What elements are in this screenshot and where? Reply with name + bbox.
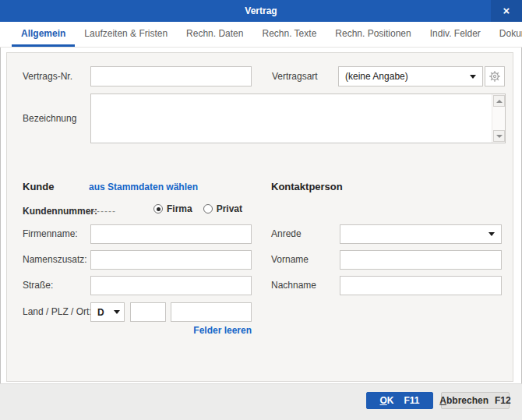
footer-bar: OK F11 Abbrechen F12 [0, 383, 522, 420]
tab-dokumente[interactable]: Dokumente [490, 22, 522, 47]
scroll-up-icon [496, 100, 503, 103]
vertrags-nr-field-box [90, 66, 252, 86]
nachname-label: Nachname [271, 276, 316, 295]
bezeichnung-textarea[interactable] [91, 94, 492, 143]
ort-input[interactable] [171, 303, 251, 321]
bezeichnung-scrollbar[interactable] [492, 94, 505, 143]
dialog-title: Vertrag [245, 5, 277, 16]
stammdaten-link[interactable]: aus Stammdaten wählen [89, 182, 198, 192]
ok-button-shortcut: F11 [404, 395, 420, 406]
scroll-down-button[interactable] [493, 130, 505, 142]
content-panel: Vertrags-Nr. Vertragsart (keine Angabe) [6, 52, 513, 382]
radio-privat-label: Privat [217, 203, 242, 214]
namenszusatz-label: Namenszusatz: [23, 250, 87, 270]
strasse-label: Straße: [23, 276, 53, 295]
firmenname-input[interactable] [91, 225, 251, 243]
titlebar: Vertrag × [0, 0, 522, 22]
strasse-input[interactable] [91, 277, 251, 295]
anrede-label: Anrede [271, 224, 302, 244]
vertrags-nr-label: Vertrags-Nr. [23, 66, 72, 86]
kontaktperson-heading: Kontaktperson [271, 181, 343, 192]
radio-firma-icon [153, 204, 163, 214]
close-icon: × [503, 5, 510, 16]
nachname-field-box [340, 276, 502, 295]
radio-privat-icon [203, 204, 213, 214]
tab-bar: Allgemein Laufzeiten & Fristen Rechn. Da… [0, 22, 522, 48]
kundennummer-label: Kundennummer: [23, 206, 97, 217]
firmenname-field-box [90, 224, 252, 244]
ok-button[interactable]: OK F11 [366, 392, 433, 409]
scroll-up-button[interactable] [493, 95, 505, 107]
namenszusatz-input[interactable] [91, 251, 251, 269]
land-plz-ort-label: Land / PLZ / Ort: [23, 302, 92, 322]
strasse-field-box [90, 276, 252, 295]
tab-allgemein[interactable]: Allgemein [12, 22, 75, 47]
anrede-dropdown[interactable] [340, 224, 502, 244]
kundennummer-value: ------- [89, 206, 116, 217]
ort-field-box [171, 302, 252, 322]
tab-rechn-daten[interactable]: Rechn. Daten [177, 22, 252, 47]
plz-field-box [130, 302, 166, 322]
tab-rechn-texte[interactable]: Rechn. Texte [252, 22, 326, 47]
land-dropdown[interactable]: D [90, 302, 125, 322]
tab-indiv-felder[interactable]: Indiv. Felder [421, 22, 490, 47]
kundentyp-radio-group: Firma Privat [153, 203, 242, 214]
vertrags-nr-input[interactable] [91, 67, 251, 86]
nachname-input[interactable] [340, 277, 501, 295]
vertragsart-dropdown[interactable]: (keine Angabe) [338, 66, 483, 86]
abbrechen-button-label: Abbrechen [439, 395, 488, 406]
vertragsart-value: (keine Angabe) [339, 71, 470, 82]
land-value: D [91, 307, 114, 318]
vorname-field-box [340, 250, 502, 270]
ok-button-label: OK [379, 395, 393, 406]
gear-icon [488, 70, 501, 83]
plz-input[interactable] [131, 303, 165, 321]
vorname-input[interactable] [340, 251, 501, 269]
vorname-label: Vorname [271, 250, 309, 270]
vertragsart-label: Vertragsart [272, 66, 318, 86]
felder-leeren-link[interactable]: Felder leeren [169, 325, 252, 336]
tab-laufzeiten-fristen[interactable]: Laufzeiten & Fristen [75, 22, 177, 47]
close-button[interactable]: × [491, 0, 522, 22]
dropdown-arrow-icon [488, 232, 495, 236]
firmenname-label: Firmenname: [23, 224, 78, 244]
radio-privat[interactable]: Privat [203, 203, 242, 214]
radio-firma-label: Firma [167, 203, 192, 214]
vertragsart-settings-button[interactable] [485, 66, 505, 86]
abbrechen-button-shortcut: F12 [495, 395, 511, 406]
dropdown-arrow-icon [470, 75, 476, 79]
dropdown-arrow-icon [114, 310, 120, 314]
bezeichnung-label: Bezeichnung [23, 109, 76, 128]
vertrag-dialog: Vertrag × Allgemein Laufzeiten & Fristen… [0, 0, 522, 420]
tab-rechn-positionen[interactable]: Rechn. Positionen [326, 22, 420, 47]
namenszusatz-field-box [90, 250, 252, 270]
scroll-down-icon [496, 135, 503, 138]
abbrechen-button[interactable]: Abbrechen F12 [441, 392, 510, 409]
bezeichnung-field-box [90, 94, 506, 143]
radio-firma[interactable]: Firma [153, 203, 192, 214]
kunde-heading: Kunde [23, 181, 54, 192]
